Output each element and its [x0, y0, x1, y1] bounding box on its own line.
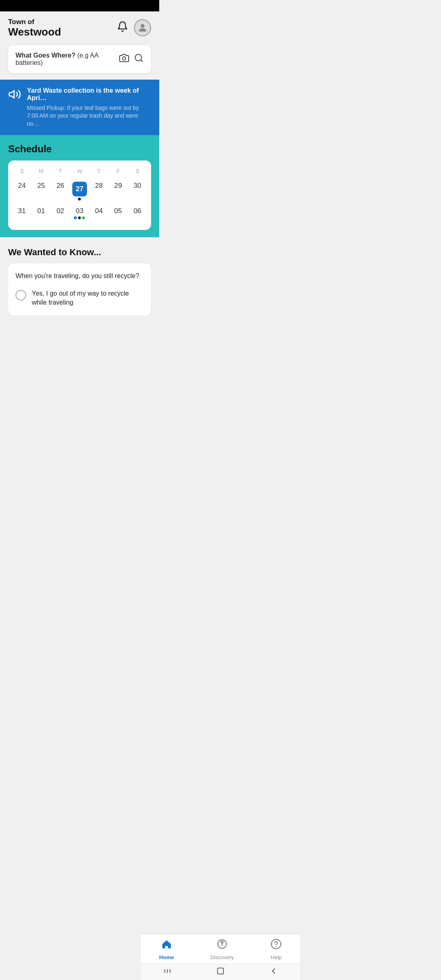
calendar-day-28[interactable]: 28	[89, 178, 109, 202]
calendar-day-03[interactable]: 03	[70, 204, 89, 221]
header-icons	[117, 19, 151, 36]
schedule-title: Schedule	[8, 143, 151, 155]
day-header-w: W	[70, 168, 89, 174]
calendar-day-29[interactable]: 29	[109, 178, 128, 202]
calendar-day-25[interactable]: 25	[31, 178, 51, 202]
day-header-t2: T	[89, 168, 109, 174]
calendar-day-27-today[interactable]: 27	[70, 178, 89, 202]
svg-point-1	[122, 57, 126, 60]
day-header-s2: S	[128, 168, 147, 174]
search-bar[interactable]: What Goes Where? (e.g AA batteries)	[8, 45, 151, 73]
day-header-m: M	[31, 168, 51, 174]
poll-card: When you're traveling, do you still recy…	[8, 263, 151, 315]
poll-question: When you're traveling, do you still recy…	[16, 272, 144, 281]
announcement-content: Yard Waste collection is the week of Apr…	[27, 87, 151, 128]
calendar-day-02[interactable]: 02	[51, 204, 70, 221]
poll-option-1-text: Yes, I go out of my way to recycle while…	[32, 289, 144, 307]
app-title: Town of Westwood	[8, 18, 61, 38]
schedule-bg-tail	[0, 230, 159, 237]
calendar-card: S M T W T F S 24 25 26 27 28 29 30 31 01…	[8, 160, 151, 230]
title-line2: Westwood	[8, 26, 61, 38]
calendar-day-04[interactable]: 04	[89, 204, 109, 221]
search-icons	[119, 53, 144, 65]
header: Town of Westwood	[0, 11, 159, 43]
status-bar	[0, 0, 159, 11]
bottom-nav: Home Discovery Help	[141, 934, 159, 964]
day-header-t1: T	[51, 168, 70, 174]
schedule-section: Schedule S M T W T F S 24 25 26 27 28 29…	[0, 135, 159, 230]
search-label: What Goes Where? (e.g AA batteries)	[16, 52, 119, 67]
calendar-week2: 31 01 02 03 04 05 06	[12, 204, 147, 221]
calendar-day-31[interactable]: 31	[12, 204, 31, 221]
dot-blue	[74, 216, 77, 219]
svg-point-0	[140, 24, 144, 28]
poll-section-title: We Wanted to Know...	[8, 247, 151, 258]
system-nav	[141, 964, 159, 980]
calendar-day-06[interactable]: 06	[128, 204, 147, 221]
calendar-week1: 24 25 26 27 28 29 30	[12, 178, 147, 202]
announcement-banner[interactable]: Yard Waste collection is the week of Apr…	[0, 80, 159, 136]
calendar-day-24[interactable]: 24	[12, 178, 31, 202]
calendar-header: S M T W T F S	[12, 168, 147, 174]
camera-icon[interactable]	[119, 53, 129, 65]
megaphone-icon	[8, 88, 21, 104]
announcement-body: Missed Pickup: If your leaf bags were ou…	[27, 104, 151, 128]
announcement-title: Yard Waste collection is the week of Apr…	[27, 87, 151, 102]
dot-black2	[78, 216, 81, 219]
user-avatar[interactable]	[134, 19, 151, 36]
dot-green	[82, 216, 85, 219]
search-section: What Goes Where? (e.g AA batteries)	[0, 43, 159, 80]
calendar-day-26[interactable]: 26	[51, 178, 70, 202]
bottom-spacer	[0, 322, 159, 371]
radio-button-1[interactable]	[16, 290, 26, 301]
notification-bell-icon[interactable]	[117, 21, 128, 35]
poll-option-1[interactable]: Yes, I go out of my way to recycle while…	[16, 289, 144, 307]
poll-section: We Wanted to Know... When you're traveli…	[0, 237, 159, 322]
title-line1: Town of	[8, 18, 61, 26]
calendar-day-01[interactable]: 01	[31, 204, 51, 221]
calendar-day-30[interactable]: 30	[128, 178, 147, 202]
dot-black	[78, 198, 81, 200]
day-header-f: F	[109, 168, 128, 174]
svg-line-3	[141, 60, 143, 61]
search-icon[interactable]	[134, 53, 144, 65]
day-header-s1: S	[12, 168, 31, 174]
calendar-day-05[interactable]: 05	[109, 204, 128, 221]
svg-marker-4	[9, 90, 14, 98]
